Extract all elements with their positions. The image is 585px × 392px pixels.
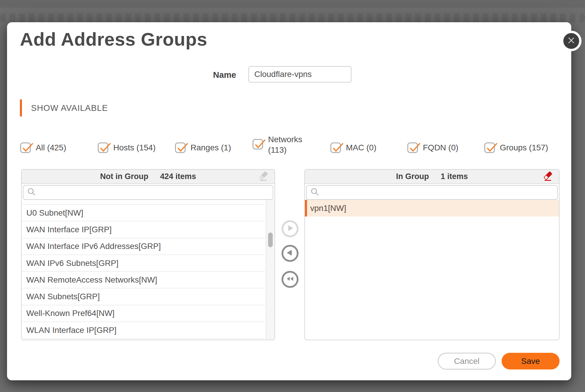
panel-title: Not in Group	[100, 172, 148, 181]
checkbox-checked[interactable]	[484, 142, 495, 153]
list-row-partial	[22, 200, 265, 205]
arrow-left-icon	[286, 249, 294, 258]
clear-list-button[interactable]	[543, 171, 553, 182]
search-box[interactable]	[23, 185, 273, 200]
filter-hosts[interactable]: Hosts (154)	[98, 142, 156, 153]
background-page-silhouette	[0, 13, 585, 22]
list-item[interactable]: WAN Interface IP[GRP]	[22, 221, 265, 238]
list-item[interactable]: Well-Known Pref64[NW]	[22, 305, 265, 322]
filter-label: Ranges (1)	[191, 142, 231, 153]
search-input[interactable]	[39, 186, 273, 199]
scrollbar-track[interactable]	[266, 200, 275, 340]
close-button[interactable]	[561, 31, 581, 51]
list-item[interactable]: WAN RemoteAccess Networks[NW]	[22, 272, 265, 288]
move-right-button[interactable]	[282, 220, 298, 237]
not-in-group-list: U0 Subnet[NW] WAN Interface IP[GRP] WAN …	[22, 200, 275, 340]
search-row	[305, 184, 559, 200]
list-item[interactable]: U0 Subnet[NW]	[22, 205, 265, 221]
filter-label: Hosts (154)	[113, 142, 156, 153]
not-in-group-header: Not in Group 424 items	[22, 170, 275, 184]
filter-networks[interactable]: Networks (113)	[253, 139, 309, 155]
checkbox-checked[interactable]	[98, 142, 108, 153]
checkbox-checked[interactable]	[330, 142, 341, 153]
checkbox-checked[interactable]	[253, 139, 263, 149]
add-address-groups-dialog: Add Address Groups Name SHOW AVAILABLE A…	[7, 22, 571, 380]
section-accent-bar	[20, 99, 22, 116]
page-title: Add Address Groups	[20, 29, 207, 50]
list-item[interactable]: WAN Subnets[GRP]	[22, 288, 265, 305]
not-in-group-panel: Not in Group 424 items	[21, 169, 275, 340]
search-input[interactable]	[322, 186, 557, 199]
close-icon	[567, 36, 576, 46]
filter-ranges[interactable]: Ranges (1)	[175, 142, 231, 153]
cancel-button[interactable]: Cancel	[438, 353, 496, 369]
arrow-right-icon	[286, 224, 294, 233]
scrollbar-thumb[interactable]	[268, 233, 273, 247]
eraser-icon	[258, 178, 269, 183]
filter-label: Groups (157)	[500, 142, 548, 153]
search-icon	[310, 188, 319, 197]
checkbox-checked[interactable]	[407, 142, 418, 153]
filter-label: Networks (113)	[268, 134, 309, 155]
filter-label: FQDN (0)	[423, 142, 458, 153]
search-row	[22, 184, 275, 200]
move-left-button[interactable]	[282, 245, 298, 262]
in-group-list: vpn1[NW]	[305, 200, 559, 340]
save-button[interactable]: Save	[502, 353, 560, 369]
list-item[interactable]: WLAN Interface IP[GRP]	[22, 322, 265, 339]
background-top-shade	[0, 0, 585, 8]
in-group-panel: In Group 1 items	[304, 169, 560, 340]
filter-label: MAC (0)	[346, 142, 376, 153]
search-box[interactable]	[306, 185, 558, 200]
checkbox-checked[interactable]	[20, 142, 31, 153]
name-input[interactable]	[248, 66, 351, 82]
checkbox-checked[interactable]	[175, 142, 186, 153]
filter-mac[interactable]: MAC (0)	[330, 142, 376, 153]
list-item-selected[interactable]: vpn1[NW]	[305, 200, 559, 216]
panel-item-count: 1 items	[441, 172, 468, 181]
filter-fqdn[interactable]: FQDN (0)	[407, 142, 458, 153]
filter-all[interactable]: All (425)	[20, 142, 66, 153]
panel-title: In Group	[396, 172, 429, 181]
in-group-header: In Group 1 items	[305, 170, 559, 184]
clear-list-button[interactable]	[258, 171, 269, 182]
double-arrow-left-icon	[286, 275, 294, 284]
show-available-label: SHOW AVAILABLE	[31, 103, 108, 113]
name-field-label: Name	[183, 70, 236, 80]
panel-item-count: 424 items	[160, 172, 196, 181]
move-all-left-button[interactable]	[282, 271, 298, 288]
filter-label: All (425)	[36, 142, 66, 153]
search-icon	[27, 188, 36, 197]
list-item[interactable]: WAN IPv6 Subnets[GRP]	[22, 255, 265, 272]
eraser-icon-red	[543, 178, 553, 183]
filter-groups[interactable]: Groups (157)	[484, 142, 548, 153]
list-item[interactable]: WAN Interface IPv6 Addresses[GRP]	[22, 238, 265, 255]
